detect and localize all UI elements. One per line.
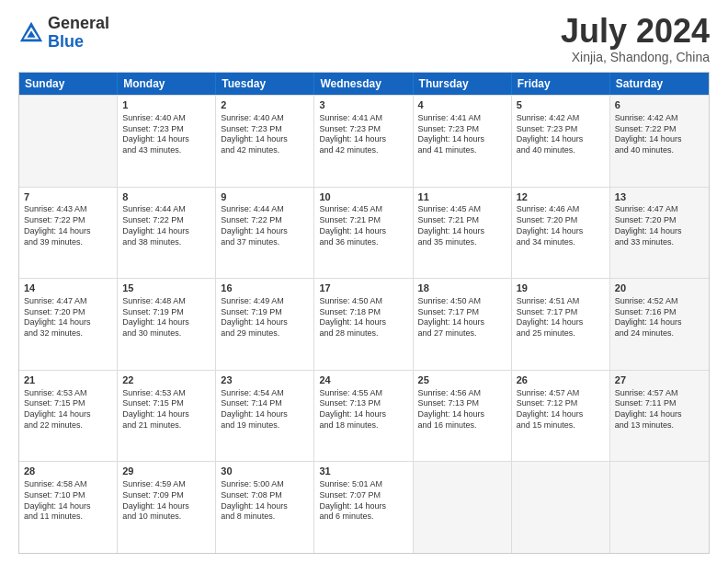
- header-day-sunday: Sunday: [19, 73, 118, 95]
- header-day-monday: Monday: [118, 73, 216, 95]
- calendar-body: 1Sunrise: 4:40 AM Sunset: 7:23 PM Daylig…: [19, 95, 709, 553]
- day-number: 2: [221, 98, 309, 112]
- calendar-cell-1-1: 8Sunrise: 4:44 AM Sunset: 7:22 PM Daylig…: [118, 188, 216, 279]
- day-number: 17: [319, 282, 407, 295]
- calendar-cell-0-1: 1Sunrise: 4:40 AM Sunset: 7:23 PM Daylig…: [118, 96, 216, 187]
- cell-info: Sunrise: 4:56 AM Sunset: 7:13 PM Dayligh…: [418, 388, 506, 431]
- calendar-row-2: 14Sunrise: 4:47 AM Sunset: 7:20 PM Dayli…: [19, 278, 709, 370]
- calendar-row-4: 28Sunrise: 4:58 AM Sunset: 7:10 PM Dayli…: [19, 461, 709, 553]
- day-number: 18: [418, 282, 506, 295]
- day-number: 16: [221, 282, 309, 295]
- header-day-friday: Friday: [512, 73, 610, 95]
- month-title: July 2024: [561, 15, 710, 48]
- calendar-cell-3-0: 21Sunrise: 4:53 AM Sunset: 7:15 PM Dayli…: [19, 371, 118, 462]
- day-number: 1: [122, 98, 210, 112]
- calendar-cell-1-4: 11Sunrise: 4:45 AM Sunset: 7:21 PM Dayli…: [414, 188, 512, 279]
- calendar-cell-4-3: 31Sunrise: 5:01 AM Sunset: 7:07 PM Dayli…: [314, 462, 413, 553]
- cell-info: Sunrise: 4:55 AM Sunset: 7:13 PM Dayligh…: [319, 388, 407, 431]
- page: General Blue July 2024 Xinjia, Shandong,…: [0, 0, 728, 563]
- logo-blue: Blue: [48, 32, 84, 51]
- calendar: SundayMondayTuesdayWednesdayThursdayFrid…: [18, 72, 710, 554]
- calendar-row-0: 1Sunrise: 4:40 AM Sunset: 7:23 PM Daylig…: [19, 95, 709, 187]
- cell-info: Sunrise: 4:43 AM Sunset: 7:22 PM Dayligh…: [24, 204, 112, 247]
- cell-info: Sunrise: 4:53 AM Sunset: 7:15 PM Dayligh…: [122, 388, 210, 431]
- day-number: 21: [24, 373, 112, 387]
- day-number: 20: [615, 282, 704, 295]
- cell-info: Sunrise: 4:41 AM Sunset: 7:23 PM Dayligh…: [319, 113, 407, 156]
- logo-icon: [18, 20, 44, 46]
- calendar-row-1: 7Sunrise: 4:43 AM Sunset: 7:22 PM Daylig…: [19, 187, 709, 279]
- calendar-cell-1-6: 13Sunrise: 4:47 AM Sunset: 7:20 PM Dayli…: [610, 188, 709, 279]
- cell-info: Sunrise: 4:45 AM Sunset: 7:21 PM Dayligh…: [319, 204, 407, 247]
- day-number: 23: [221, 373, 309, 387]
- cell-info: Sunrise: 4:50 AM Sunset: 7:17 PM Dayligh…: [418, 296, 506, 339]
- calendar-cell-0-4: 4Sunrise: 4:41 AM Sunset: 7:23 PM Daylig…: [414, 96, 512, 187]
- day-number: 6: [615, 98, 704, 112]
- day-number: 27: [615, 373, 704, 387]
- cell-info: Sunrise: 5:01 AM Sunset: 7:07 PM Dayligh…: [319, 479, 407, 523]
- calendar-cell-0-2: 2Sunrise: 4:40 AM Sunset: 7:23 PM Daylig…: [216, 96, 314, 187]
- day-number: 31: [319, 465, 407, 478]
- calendar-cell-0-6: 6Sunrise: 4:42 AM Sunset: 7:22 PM Daylig…: [610, 96, 709, 187]
- cell-info: Sunrise: 4:57 AM Sunset: 7:11 PM Dayligh…: [615, 388, 704, 431]
- calendar-cell-4-5: [512, 462, 610, 553]
- calendar-cell-0-3: 3Sunrise: 4:41 AM Sunset: 7:23 PM Daylig…: [314, 96, 413, 187]
- calendar-cell-1-0: 7Sunrise: 4:43 AM Sunset: 7:22 PM Daylig…: [19, 188, 118, 279]
- day-number: 7: [24, 190, 112, 204]
- logo-text: General Blue: [48, 15, 109, 52]
- calendar-cell-2-4: 18Sunrise: 4:50 AM Sunset: 7:17 PM Dayli…: [414, 279, 512, 370]
- calendar-cell-3-4: 25Sunrise: 4:56 AM Sunset: 7:13 PM Dayli…: [414, 371, 512, 462]
- calendar-cell-1-3: 10Sunrise: 4:45 AM Sunset: 7:21 PM Dayli…: [314, 188, 413, 279]
- calendar-cell-1-2: 9Sunrise: 4:44 AM Sunset: 7:22 PM Daylig…: [216, 188, 314, 279]
- day-number: 25: [418, 373, 506, 387]
- calendar-cell-3-6: 27Sunrise: 4:57 AM Sunset: 7:11 PM Dayli…: [610, 371, 709, 462]
- day-number: 4: [418, 98, 506, 112]
- calendar-cell-2-1: 15Sunrise: 4:48 AM Sunset: 7:19 PM Dayli…: [118, 279, 216, 370]
- calendar-cell-1-5: 12Sunrise: 4:46 AM Sunset: 7:20 PM Dayli…: [512, 188, 610, 279]
- calendar-cell-2-2: 16Sunrise: 4:49 AM Sunset: 7:19 PM Dayli…: [216, 279, 314, 370]
- day-number: 13: [615, 190, 704, 204]
- cell-info: Sunrise: 4:40 AM Sunset: 7:23 PM Dayligh…: [221, 113, 309, 156]
- calendar-cell-2-6: 20Sunrise: 4:52 AM Sunset: 7:16 PM Dayli…: [610, 279, 709, 370]
- cell-info: Sunrise: 4:59 AM Sunset: 7:09 PM Dayligh…: [122, 479, 210, 523]
- day-number: 5: [517, 98, 605, 112]
- cell-info: Sunrise: 5:00 AM Sunset: 7:08 PM Dayligh…: [221, 479, 309, 523]
- calendar-cell-4-0: 28Sunrise: 4:58 AM Sunset: 7:10 PM Dayli…: [19, 462, 118, 553]
- day-number: 8: [122, 190, 210, 204]
- calendar-cell-4-4: [414, 462, 512, 553]
- calendar-cell-3-1: 22Sunrise: 4:53 AM Sunset: 7:15 PM Dayli…: [118, 371, 216, 462]
- cell-info: Sunrise: 4:57 AM Sunset: 7:12 PM Dayligh…: [517, 388, 605, 431]
- day-number: 19: [517, 282, 605, 295]
- calendar-cell-2-3: 17Sunrise: 4:50 AM Sunset: 7:18 PM Dayli…: [314, 279, 413, 370]
- header-day-wednesday: Wednesday: [314, 73, 413, 95]
- calendar-cell-4-2: 30Sunrise: 5:00 AM Sunset: 7:08 PM Dayli…: [216, 462, 314, 553]
- cell-info: Sunrise: 4:51 AM Sunset: 7:17 PM Dayligh…: [517, 296, 605, 339]
- day-number: 14: [24, 282, 112, 295]
- day-number: 3: [319, 98, 407, 112]
- cell-info: Sunrise: 4:50 AM Sunset: 7:18 PM Dayligh…: [319, 296, 407, 339]
- cell-info: Sunrise: 4:47 AM Sunset: 7:20 PM Dayligh…: [24, 296, 112, 339]
- calendar-cell-2-0: 14Sunrise: 4:47 AM Sunset: 7:20 PM Dayli…: [19, 279, 118, 370]
- cell-info: Sunrise: 4:46 AM Sunset: 7:20 PM Dayligh…: [517, 204, 605, 247]
- header-day-saturday: Saturday: [610, 73, 709, 95]
- cell-info: Sunrise: 4:44 AM Sunset: 7:22 PM Dayligh…: [221, 204, 309, 247]
- header: General Blue July 2024 Xinjia, Shandong,…: [18, 15, 710, 64]
- cell-info: Sunrise: 4:42 AM Sunset: 7:23 PM Dayligh…: [517, 113, 605, 156]
- cell-info: Sunrise: 4:41 AM Sunset: 7:23 PM Dayligh…: [418, 113, 506, 156]
- calendar-cell-3-2: 23Sunrise: 4:54 AM Sunset: 7:14 PM Dayli…: [216, 371, 314, 462]
- day-number: 15: [122, 282, 210, 295]
- calendar-cell-4-1: 29Sunrise: 4:59 AM Sunset: 7:09 PM Dayli…: [118, 462, 216, 553]
- day-number: 22: [122, 373, 210, 387]
- logo-general: General: [48, 14, 109, 32]
- day-number: 11: [418, 190, 506, 204]
- location: Xinjia, Shandong, China: [561, 50, 710, 64]
- cell-info: Sunrise: 4:44 AM Sunset: 7:22 PM Dayligh…: [122, 204, 210, 247]
- cell-info: Sunrise: 4:48 AM Sunset: 7:19 PM Dayligh…: [122, 296, 210, 339]
- day-number: 12: [517, 190, 605, 204]
- cell-info: Sunrise: 4:45 AM Sunset: 7:21 PM Dayligh…: [418, 204, 506, 247]
- cell-info: Sunrise: 4:58 AM Sunset: 7:10 PM Dayligh…: [24, 479, 112, 523]
- calendar-row-3: 21Sunrise: 4:53 AM Sunset: 7:15 PM Dayli…: [19, 370, 709, 462]
- day-number: 28: [24, 465, 112, 478]
- cell-info: Sunrise: 4:47 AM Sunset: 7:20 PM Dayligh…: [615, 204, 704, 247]
- title-area: July 2024 Xinjia, Shandong, China: [561, 15, 710, 64]
